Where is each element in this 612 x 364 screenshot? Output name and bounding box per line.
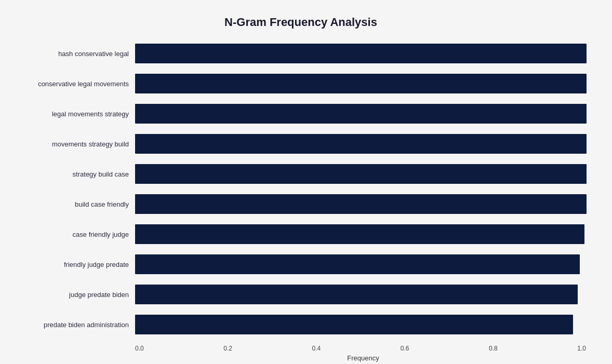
x-axis-label: Frequency xyxy=(135,354,591,362)
bar-wrapper xyxy=(135,160,591,188)
chart-inner: hash conservative legalconservative lega… xyxy=(10,39,591,362)
bar-label: case friendly judge xyxy=(10,231,135,238)
bar-row: movements strategy build xyxy=(10,130,591,158)
bar-label: hash conservative legal xyxy=(10,50,135,58)
bar-label: strategy build case xyxy=(10,170,135,178)
bar-row: build case friendly xyxy=(10,190,591,218)
bar-wrapper xyxy=(135,250,591,278)
bar xyxy=(135,164,587,184)
x-tick: 0.0 xyxy=(135,345,144,352)
bar xyxy=(135,134,587,154)
bar xyxy=(135,254,580,274)
bar-row: conservative legal movements xyxy=(10,70,591,98)
bar-label: legal movements strategy xyxy=(10,110,135,118)
bar-wrapper xyxy=(135,70,591,98)
bars-section: hash conservative legalconservative lega… xyxy=(10,39,591,341)
bar xyxy=(135,224,584,244)
bar-row: friendly judge predate xyxy=(10,250,591,278)
bar-row: predate biden administration xyxy=(10,311,591,339)
x-tick: 0.8 xyxy=(489,345,498,352)
bar-label: judge predate biden xyxy=(10,291,135,299)
bar-row: legal movements strategy xyxy=(10,100,591,128)
x-tick: 0.6 xyxy=(401,345,409,352)
x-tick: 0.2 xyxy=(223,345,232,352)
bar-wrapper xyxy=(135,100,591,128)
bar xyxy=(135,285,578,304)
bar xyxy=(135,104,587,124)
bar-wrapper xyxy=(135,280,591,308)
bar-label: build case friendly xyxy=(10,200,135,208)
bar xyxy=(135,194,587,214)
bar xyxy=(135,44,587,63)
bar-row: hash conservative legal xyxy=(10,39,591,68)
x-tick: 1.0 xyxy=(577,345,586,352)
bar-row: case friendly judge xyxy=(10,220,591,248)
bar xyxy=(135,315,573,334)
chart-container: N-Gram Frequency Analysis hash conservat… xyxy=(0,0,612,364)
bar-wrapper xyxy=(135,220,591,248)
x-axis: 0.00.20.40.60.81.0 xyxy=(135,341,591,352)
bar-label: movements strategy build xyxy=(10,140,135,148)
bar-row: strategy build case xyxy=(10,160,591,188)
bar-label: predate biden administration xyxy=(10,321,135,329)
bar-wrapper xyxy=(135,311,591,339)
bar-wrapper xyxy=(135,39,591,68)
bar-label: friendly judge predate xyxy=(10,261,135,268)
x-tick: 0.4 xyxy=(312,345,321,352)
bar-row: judge predate biden xyxy=(10,280,591,308)
bar-label: conservative legal movements xyxy=(10,80,135,88)
chart-title: N-Gram Frequency Analysis xyxy=(10,10,591,29)
bar-wrapper xyxy=(135,130,591,158)
bar-wrapper xyxy=(135,190,591,218)
bar xyxy=(135,74,587,93)
